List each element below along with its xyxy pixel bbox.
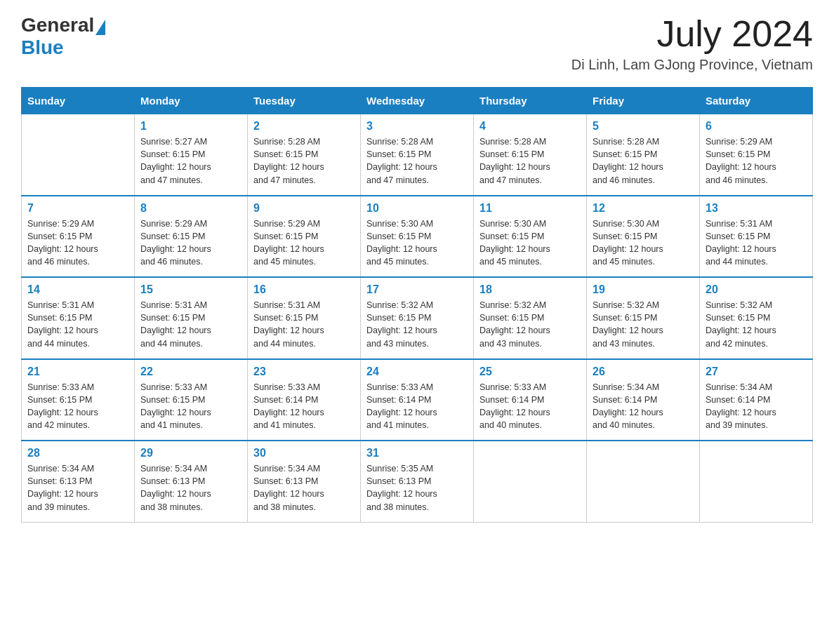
page-header: General Blue July 2024 Di Linh, Lam GJon… bbox=[21, 14, 813, 73]
day-number: 22 bbox=[140, 365, 241, 378]
day-info: Sunrise: 5:29 AM Sunset: 6:15 PM Dayligh… bbox=[140, 217, 241, 269]
weekday-header-wednesday: Wednesday bbox=[361, 88, 474, 114]
day-info: Sunrise: 5:28 AM Sunset: 6:15 PM Dayligh… bbox=[253, 135, 355, 187]
day-info: Sunrise: 5:33 AM Sunset: 6:14 PM Dayligh… bbox=[479, 381, 581, 432]
calendar-day-cell: 29Sunrise: 5:34 AM Sunset: 6:13 PM Dayli… bbox=[135, 441, 248, 522]
calendar-day-cell: 14Sunrise: 5:31 AM Sunset: 6:15 PM Dayli… bbox=[22, 277, 135, 359]
calendar-day-cell: 31Sunrise: 5:35 AM Sunset: 6:13 PM Dayli… bbox=[361, 441, 474, 522]
day-number: 8 bbox=[140, 202, 241, 215]
weekday-header-tuesday: Tuesday bbox=[248, 88, 361, 114]
day-info: Sunrise: 5:29 AM Sunset: 6:15 PM Dayligh… bbox=[706, 135, 807, 187]
day-info: Sunrise: 5:34 AM Sunset: 6:14 PM Dayligh… bbox=[706, 381, 807, 432]
calendar-day-cell: 26Sunrise: 5:34 AM Sunset: 6:14 PM Dayli… bbox=[587, 359, 700, 441]
day-number: 9 bbox=[253, 202, 355, 215]
calendar-day-cell: 11Sunrise: 5:30 AM Sunset: 6:15 PM Dayli… bbox=[474, 196, 587, 278]
calendar-day-cell: 27Sunrise: 5:34 AM Sunset: 6:14 PM Dayli… bbox=[700, 359, 813, 441]
day-number: 25 bbox=[479, 365, 581, 378]
day-info: Sunrise: 5:30 AM Sunset: 6:15 PM Dayligh… bbox=[366, 217, 468, 269]
day-number: 20 bbox=[706, 283, 807, 296]
calendar-day-cell: 7Sunrise: 5:29 AM Sunset: 6:15 PM Daylig… bbox=[22, 196, 135, 278]
day-number: 17 bbox=[366, 283, 468, 296]
weekday-header-sunday: Sunday bbox=[22, 88, 135, 114]
calendar-day-cell bbox=[474, 441, 587, 522]
day-info: Sunrise: 5:35 AM Sunset: 6:13 PM Dayligh… bbox=[366, 462, 468, 514]
calendar-day-cell: 9Sunrise: 5:29 AM Sunset: 6:15 PM Daylig… bbox=[248, 196, 361, 278]
day-info: Sunrise: 5:28 AM Sunset: 6:15 PM Dayligh… bbox=[479, 135, 581, 187]
calendar-day-cell bbox=[22, 114, 135, 196]
day-info: Sunrise: 5:33 AM Sunset: 6:14 PM Dayligh… bbox=[253, 381, 355, 432]
day-info: Sunrise: 5:31 AM Sunset: 6:15 PM Dayligh… bbox=[706, 217, 807, 269]
day-number: 23 bbox=[253, 365, 355, 378]
title-block: July 2024 Di Linh, Lam GJong Province, V… bbox=[571, 14, 813, 73]
day-info: Sunrise: 5:34 AM Sunset: 6:13 PM Dayligh… bbox=[27, 462, 128, 514]
calendar-week-row: 1Sunrise: 5:27 AM Sunset: 6:15 PM Daylig… bbox=[22, 114, 813, 196]
calendar-day-cell: 3Sunrise: 5:28 AM Sunset: 6:15 PM Daylig… bbox=[361, 114, 474, 196]
day-number: 11 bbox=[479, 202, 581, 215]
day-number: 30 bbox=[253, 447, 355, 459]
calendar-day-cell: 5Sunrise: 5:28 AM Sunset: 6:15 PM Daylig… bbox=[587, 114, 700, 196]
day-info: Sunrise: 5:28 AM Sunset: 6:15 PM Dayligh… bbox=[593, 135, 694, 187]
calendar-week-row: 14Sunrise: 5:31 AM Sunset: 6:15 PM Dayli… bbox=[22, 277, 813, 359]
logo-triangle-icon bbox=[95, 20, 105, 35]
day-number: 2 bbox=[253, 120, 355, 133]
day-info: Sunrise: 5:28 AM Sunset: 6:15 PM Dayligh… bbox=[366, 135, 468, 187]
day-number: 3 bbox=[366, 120, 468, 133]
day-info: Sunrise: 5:27 AM Sunset: 6:15 PM Dayligh… bbox=[140, 135, 241, 187]
logo: General Blue bbox=[21, 14, 105, 59]
day-info: Sunrise: 5:31 AM Sunset: 6:15 PM Dayligh… bbox=[253, 299, 355, 350]
calendar-week-row: 7Sunrise: 5:29 AM Sunset: 6:15 PM Daylig… bbox=[22, 196, 813, 278]
calendar-day-cell: 23Sunrise: 5:33 AM Sunset: 6:14 PM Dayli… bbox=[248, 359, 361, 441]
calendar-day-cell: 4Sunrise: 5:28 AM Sunset: 6:15 PM Daylig… bbox=[474, 114, 587, 196]
calendar-day-cell: 12Sunrise: 5:30 AM Sunset: 6:15 PM Dayli… bbox=[587, 196, 700, 278]
day-info: Sunrise: 5:29 AM Sunset: 6:15 PM Dayligh… bbox=[27, 217, 128, 269]
day-number: 28 bbox=[27, 447, 128, 459]
calendar-day-cell: 22Sunrise: 5:33 AM Sunset: 6:15 PM Dayli… bbox=[135, 359, 248, 441]
weekday-header-friday: Friday bbox=[587, 88, 700, 114]
day-info: Sunrise: 5:33 AM Sunset: 6:15 PM Dayligh… bbox=[140, 381, 241, 432]
calendar-day-cell: 6Sunrise: 5:29 AM Sunset: 6:15 PM Daylig… bbox=[700, 114, 813, 196]
day-number: 13 bbox=[706, 202, 807, 215]
day-number: 5 bbox=[593, 120, 694, 133]
day-info: Sunrise: 5:34 AM Sunset: 6:13 PM Dayligh… bbox=[140, 462, 241, 514]
calendar-day-cell: 30Sunrise: 5:34 AM Sunset: 6:13 PM Dayli… bbox=[248, 441, 361, 522]
day-number: 14 bbox=[27, 283, 128, 296]
day-info: Sunrise: 5:32 AM Sunset: 6:15 PM Dayligh… bbox=[366, 299, 468, 350]
calendar-day-cell: 13Sunrise: 5:31 AM Sunset: 6:15 PM Dayli… bbox=[700, 196, 813, 278]
calendar-day-cell: 25Sunrise: 5:33 AM Sunset: 6:14 PM Dayli… bbox=[474, 359, 587, 441]
calendar-day-cell: 21Sunrise: 5:33 AM Sunset: 6:15 PM Dayli… bbox=[22, 359, 135, 441]
weekday-header-saturday: Saturday bbox=[700, 88, 813, 114]
calendar-week-row: 28Sunrise: 5:34 AM Sunset: 6:13 PM Dayli… bbox=[22, 441, 813, 522]
day-number: 27 bbox=[706, 365, 807, 378]
weekday-header-monday: Monday bbox=[135, 88, 248, 114]
calendar-week-row: 21Sunrise: 5:33 AM Sunset: 6:15 PM Dayli… bbox=[22, 359, 813, 441]
month-title: July 2024 bbox=[571, 14, 813, 54]
day-number: 10 bbox=[366, 202, 468, 215]
location-title: Di Linh, Lam GJong Province, Vietnam bbox=[571, 57, 813, 73]
calendar-day-cell: 20Sunrise: 5:32 AM Sunset: 6:15 PM Dayli… bbox=[700, 277, 813, 359]
day-info: Sunrise: 5:32 AM Sunset: 6:15 PM Dayligh… bbox=[593, 299, 694, 350]
day-number: 24 bbox=[366, 365, 468, 378]
day-number: 19 bbox=[593, 283, 694, 296]
day-number: 6 bbox=[706, 120, 807, 133]
day-info: Sunrise: 5:30 AM Sunset: 6:15 PM Dayligh… bbox=[593, 217, 694, 269]
day-number: 18 bbox=[479, 283, 581, 296]
day-number: 12 bbox=[593, 202, 694, 215]
calendar-day-cell: 16Sunrise: 5:31 AM Sunset: 6:15 PM Dayli… bbox=[248, 277, 361, 359]
logo-general-text: General bbox=[21, 14, 94, 36]
day-info: Sunrise: 5:31 AM Sunset: 6:15 PM Dayligh… bbox=[27, 299, 128, 350]
calendar-table: SundayMondayTuesdayWednesdayThursdayFrid… bbox=[21, 87, 813, 523]
day-info: Sunrise: 5:29 AM Sunset: 6:15 PM Dayligh… bbox=[253, 217, 355, 269]
day-number: 26 bbox=[593, 365, 694, 378]
calendar-day-cell: 24Sunrise: 5:33 AM Sunset: 6:14 PM Dayli… bbox=[361, 359, 474, 441]
day-number: 29 bbox=[140, 447, 241, 459]
day-number: 4 bbox=[479, 120, 581, 133]
day-info: Sunrise: 5:32 AM Sunset: 6:15 PM Dayligh… bbox=[479, 299, 581, 350]
logo-blue-text: Blue bbox=[21, 36, 64, 59]
calendar-day-cell: 19Sunrise: 5:32 AM Sunset: 6:15 PM Dayli… bbox=[587, 277, 700, 359]
day-info: Sunrise: 5:31 AM Sunset: 6:15 PM Dayligh… bbox=[140, 299, 241, 350]
calendar-day-cell: 28Sunrise: 5:34 AM Sunset: 6:13 PM Dayli… bbox=[22, 441, 135, 522]
day-number: 31 bbox=[366, 447, 468, 459]
day-info: Sunrise: 5:32 AM Sunset: 6:15 PM Dayligh… bbox=[706, 299, 807, 350]
day-number: 21 bbox=[27, 365, 128, 378]
calendar-day-cell: 1Sunrise: 5:27 AM Sunset: 6:15 PM Daylig… bbox=[135, 114, 248, 196]
